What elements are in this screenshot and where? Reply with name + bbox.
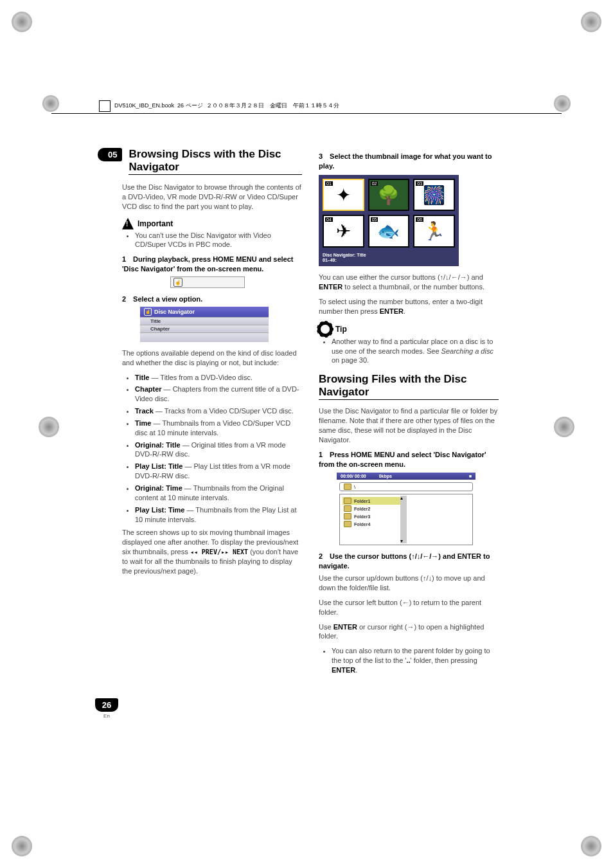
step-2: 2 Select a view option.: [122, 294, 302, 304]
page-number-block: 26 En: [95, 698, 118, 719]
thumbnail-grid: 01✦ 02🌳 03🎆 04✈ 05🐟 06🏃 Disc Navigator: …: [319, 175, 459, 267]
list-item: You can also return to the parent folder…: [332, 646, 499, 675]
step-text: Press HOME MENU and select 'Disc Navigat…: [319, 451, 486, 468]
list-item: Play List: Time — Thumbnails from the Pl…: [135, 505, 302, 525]
header-text: DV510K_IBD_EN.book 26 ページ ２００８年３月２８日 金曜日…: [114, 102, 339, 110]
heading-text: Browsing Files with the Disc Navigator: [319, 373, 466, 398]
pointer-icon: ☝: [173, 278, 182, 287]
page-number: 26: [95, 698, 118, 712]
step-text: Use the cursor buttons (↑/↓/←/→) and ENT…: [319, 552, 490, 570]
tip-callout: Tip: [319, 323, 499, 336]
file-navigator: 00:00/ 00:00 0kbps ■ \ Folder1 Folder2 F…: [337, 473, 475, 545]
disc-navigator-menu: ☝ Disc Navigator Title Chapter: [140, 307, 269, 342]
important-callout: Important: [122, 218, 302, 230]
file-panel: Folder1 Folder2 Folder3 Folder4: [339, 494, 473, 545]
folder-item: Folder4: [342, 520, 400, 528]
enter-paragraph: Use ENTER or cursor right (→) to open a …: [319, 622, 499, 642]
tip-icon: [319, 323, 332, 336]
list-item: You can't use the Disc Navigator with Vi…: [135, 231, 302, 250]
important-list: You can't use the Disc Navigator with Vi…: [122, 231, 302, 250]
folder-icon: [344, 521, 351, 527]
transport-buttons: ◂◂ PREV/▸▸ NEXT: [190, 548, 248, 556]
left-column: 05 Browsing Discs with the Disc Navigato…: [122, 148, 302, 679]
folder-item: Folder1: [342, 497, 400, 505]
thumbnail: 01✦: [323, 179, 364, 212]
folder-icon: [344, 498, 351, 504]
intro-paragraph: Use the Disc Navigator to browse through…: [122, 183, 302, 212]
menu-header: ☝ Disc Navigator: [140, 307, 269, 317]
breadcrumb: \: [339, 482, 473, 491]
number-paragraph: To select using the number buttons, ente…: [319, 297, 499, 316]
crop-mark-icon: [581, 12, 601, 32]
cursor-up-down-paragraph: Use the cursor up/down buttons (↑/↓) to …: [319, 574, 499, 593]
menu-row: Title: [140, 317, 269, 325]
crop-mark-icon: [581, 836, 601, 856]
step-1: 1 During playback, press HOME MENU and s…: [122, 255, 302, 274]
preview-pane: [407, 494, 472, 545]
pointer-icon: ☝: [144, 308, 152, 316]
menu-row: [140, 332, 269, 342]
content: 05 Browsing Discs with the Disc Navigato…: [122, 148, 499, 679]
crop-mark-icon: [12, 836, 32, 856]
parent-folder-list: You can also return to the parent folder…: [319, 646, 499, 675]
page: DV510K_IBD_EN.book 26 ページ ２００８年３月２８日 金曜日…: [0, 0, 613, 868]
page-lang: En: [95, 713, 118, 719]
list-item: Another way to find a particular place o…: [332, 337, 499, 366]
important-label: Important: [138, 219, 173, 228]
important-icon: [122, 218, 134, 230]
files-step-1: 1 Press HOME MENU and select 'Disc Navig…: [319, 450, 499, 469]
list-item: Time — Thumbnails from a Video CD/Super …: [135, 419, 302, 438]
bitrate-display: 0kbps: [379, 474, 392, 478]
files-step-2: 2 Use the cursor buttons (↑/↓/←/→) and E…: [319, 552, 499, 571]
thumbnail: 06🏃: [413, 215, 455, 248]
crop-target-icon: [554, 95, 571, 112]
folder-list: Folder1 Folder2 Folder3 Folder4: [340, 494, 400, 545]
folder-item: Folder2: [342, 505, 400, 512]
crop-mark-icon: [39, 417, 59, 437]
thumbnail: 02🌳: [368, 179, 410, 212]
list-item: Track — Tracks from a Video CD/Super VCD…: [135, 406, 302, 416]
heading-text: Browsing Discs with the Disc Navigator: [129, 148, 281, 173]
step-text: Select the thumbnail image for what you …: [319, 152, 492, 170]
menu-row: Chapter: [140, 325, 269, 332]
crop-mark-icon: [12, 12, 32, 32]
options-list: Title — Titles from a DVD-Video disc. Ch…: [122, 373, 302, 525]
list-item: Chapter — Chapters from the current titl…: [135, 384, 302, 404]
list-item: Original: Title — Original titles from a…: [135, 440, 302, 460]
menu-title: Disc Navigator: [154, 309, 195, 315]
crop-mark-icon: [554, 417, 574, 437]
cursor-paragraph: You can use either the cursor buttons (↑…: [319, 273, 499, 292]
step-text: Select a view option.: [133, 295, 202, 303]
screen-illustration: ☝: [170, 276, 245, 288]
files-intro: Use the Disc Navigator to find a particu…: [319, 406, 499, 444]
thumbnail: 04✈: [323, 215, 364, 248]
tip-label: Tip: [335, 325, 347, 334]
cursor-left-paragraph: Use the cursor left button (←) to return…: [319, 598, 499, 617]
folder-item: Folder3: [342, 512, 400, 520]
thumbnail: 03🎆: [413, 179, 455, 212]
step-text: During playback, press HOME MENU and sel…: [122, 255, 293, 273]
thumbnail-paragraph: The screen shows up to six moving thumbn…: [122, 528, 302, 575]
section-heading: Browsing Files with the Disc Navigator: [319, 373, 499, 400]
time-display: 00:00/ 00:00: [341, 474, 366, 478]
tip-list: Another way to find a particular place o…: [319, 337, 499, 366]
section-heading: Browsing Discs with the Disc Navigator: [129, 148, 302, 175]
chapter-badge: 05: [98, 148, 122, 161]
book-icon: [99, 100, 111, 112]
folder-icon: [344, 513, 351, 520]
list-item: Original: Time — Thumbnails from the Ori…: [135, 484, 302, 503]
scrollbar: [400, 496, 407, 543]
options-intro: The options available depend on the kind…: [122, 348, 302, 368]
thumbnail-footer: Disc Navigator: Title 01–49:: [323, 251, 455, 262]
header-ruler: DV510K_IBD_EN.book 26 ページ ２００８年３月２８日 金曜日…: [51, 100, 562, 116]
folder-icon: [344, 505, 351, 512]
right-column: 3 Select the thumbnail image for what yo…: [319, 148, 499, 679]
list-item: Title — Titles from a DVD-Video disc.: [135, 373, 302, 383]
file-nav-topbar: 00:00/ 00:00 0kbps ■: [337, 473, 475, 480]
step-3: 3 Select the thumbnail image for what yo…: [319, 152, 499, 171]
folder-icon: [344, 484, 351, 490]
thumbnail: 05🐟: [368, 215, 410, 248]
crop-target-icon: [42, 95, 59, 112]
list-item: Play List: Title — Play List titles from…: [135, 462, 302, 481]
